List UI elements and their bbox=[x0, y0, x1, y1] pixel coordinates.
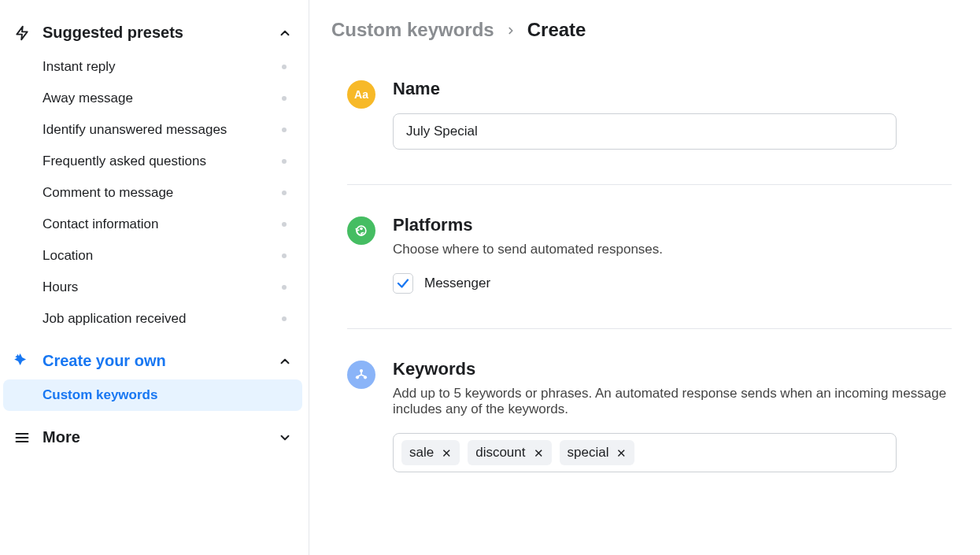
sidebar-item-label: Frequently asked questions bbox=[43, 154, 282, 169]
platforms-desc: Choose where to send automated responses… bbox=[393, 242, 952, 257]
keyword-chip-label: discount bbox=[475, 445, 525, 461]
chevron-up-icon bbox=[277, 353, 293, 369]
sidebar-item-job-application[interactable]: Job application received bbox=[3, 303, 302, 335]
sidebar-item-label: Comment to message bbox=[43, 185, 282, 201]
breadcrumb-current: Create bbox=[527, 19, 586, 41]
sidebar-item-label: Away message bbox=[43, 91, 282, 106]
name-title: Name bbox=[393, 79, 952, 99]
create-your-own-list: Custom keywords bbox=[3, 379, 302, 411]
sidebar-item-label: Custom keywords bbox=[43, 387, 291, 403]
keywords-title: Keywords bbox=[393, 359, 952, 379]
sidebar-item-label: Contact information bbox=[43, 216, 282, 232]
name-icon: Aa bbox=[347, 80, 375, 109]
platforms-title: Platforms bbox=[393, 215, 952, 235]
status-dot-icon bbox=[282, 65, 287, 69]
status-dot-icon bbox=[282, 253, 287, 258]
status-dot-icon bbox=[282, 285, 287, 290]
keyword-chip-label: special bbox=[568, 445, 609, 461]
sidebar-item-label: Job application received bbox=[43, 311, 282, 327]
sparkle-icon bbox=[13, 353, 31, 370]
keyword-chip-label: sale bbox=[409, 445, 434, 461]
sidebar: Suggested presets Instant reply Away mes… bbox=[0, 0, 309, 555]
breadcrumb-parent[interactable]: Custom keywords bbox=[331, 19, 494, 41]
main-content: Custom keywords Create Aa Name Platforms… bbox=[309, 0, 980, 555]
lightning-icon bbox=[13, 25, 31, 41]
keywords-section: Keywords Add up to 5 keywords or phrases… bbox=[347, 328, 952, 507]
create-your-own-header[interactable]: Create your own bbox=[3, 342, 302, 379]
sidebar-item-label: Hours bbox=[43, 279, 282, 295]
sidebar-item-faq[interactable]: Frequently asked questions bbox=[3, 146, 302, 177]
keywords-desc: Add up to 5 keywords or phrases. An auto… bbox=[393, 386, 952, 417]
svg-point-6 bbox=[360, 228, 363, 231]
keyword-chip: sale ✕ bbox=[401, 440, 460, 465]
platforms-section: Platforms Choose where to send automated… bbox=[347, 184, 952, 328]
sidebar-item-label: Instant reply bbox=[43, 59, 282, 75]
status-dot-icon bbox=[282, 316, 287, 321]
keyword-chip: discount ✕ bbox=[468, 440, 551, 465]
keyword-chip: special ✕ bbox=[560, 440, 635, 465]
remove-chip-icon[interactable]: ✕ bbox=[534, 447, 544, 459]
sidebar-item-location[interactable]: Location bbox=[3, 240, 302, 272]
messenger-label: Messenger bbox=[424, 276, 490, 291]
name-icon-text: Aa bbox=[354, 88, 368, 101]
status-dot-icon bbox=[282, 159, 287, 164]
breadcrumb: Custom keywords Create bbox=[331, 19, 952, 41]
keywords-input[interactable]: sale ✕ discount ✕ special ✕ bbox=[393, 433, 897, 472]
sidebar-item-hours[interactable]: Hours bbox=[3, 272, 302, 303]
sidebar-item-away-message[interactable]: Away message bbox=[3, 83, 302, 114]
create-your-own-title: Create your own bbox=[43, 352, 266, 370]
svg-marker-0 bbox=[14, 353, 26, 365]
sidebar-item-custom-keywords[interactable]: Custom keywords bbox=[3, 379, 302, 411]
platforms-icon bbox=[347, 216, 375, 245]
name-section: Aa Name bbox=[347, 79, 952, 184]
sidebar-item-identify-unanswered[interactable]: Identify unanswered messages bbox=[3, 114, 302, 146]
more-header[interactable]: More bbox=[3, 419, 302, 456]
keywords-icon bbox=[347, 361, 375, 389]
status-dot-icon bbox=[282, 191, 287, 195]
suggested-presets-header[interactable]: Suggested presets bbox=[3, 14, 302, 51]
more-title: More bbox=[43, 428, 266, 446]
sidebar-item-label: Location bbox=[43, 248, 282, 264]
sidebar-item-instant-reply[interactable]: Instant reply bbox=[3, 51, 302, 83]
remove-chip-icon[interactable]: ✕ bbox=[442, 447, 452, 459]
menu-icon bbox=[13, 430, 31, 446]
sidebar-item-contact-info[interactable]: Contact information bbox=[3, 209, 302, 240]
remove-chip-icon[interactable]: ✕ bbox=[616, 447, 627, 459]
status-dot-icon bbox=[282, 222, 287, 227]
chevron-up-icon bbox=[277, 25, 293, 41]
sidebar-item-label: Identify unanswered messages bbox=[43, 122, 282, 138]
name-input[interactable] bbox=[393, 113, 897, 150]
sidebar-item-comment-to-message[interactable]: Comment to message bbox=[3, 177, 302, 209]
messenger-checkbox[interactable] bbox=[393, 273, 413, 294]
chevron-right-icon bbox=[505, 19, 516, 41]
chevron-down-icon bbox=[277, 430, 293, 446]
suggested-presets-list: Instant reply Away message Identify unan… bbox=[3, 51, 302, 335]
status-dot-icon bbox=[282, 128, 287, 132]
status-dot-icon bbox=[282, 96, 287, 101]
suggested-presets-title: Suggested presets bbox=[43, 24, 266, 42]
